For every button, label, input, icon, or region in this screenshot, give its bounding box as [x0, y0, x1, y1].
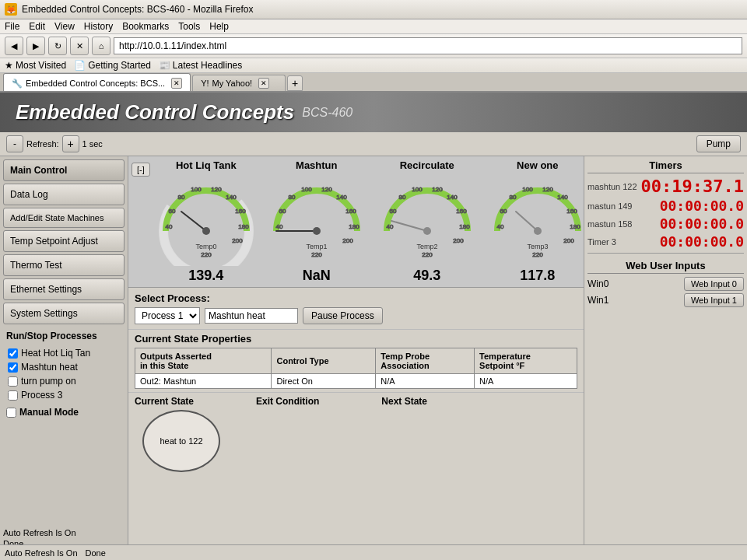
collapse-button[interactable]: [-]: [132, 163, 150, 177]
svg-text:180: 180: [570, 223, 580, 230]
svg-text:80: 80: [288, 194, 295, 201]
content-area: [-] Hot Liq Tank 40 60: [128, 156, 584, 560]
tab-favicon-yahoo: Y!: [201, 79, 209, 88]
tab-yahoo[interactable]: Y! My Yahoo! ✕: [192, 75, 286, 91]
timer-label-2: mastun 158: [587, 219, 632, 229]
sidebar-item-temp-setpoint[interactable]: Temp Setpoint Adjust: [3, 230, 124, 252]
svg-text:220: 220: [532, 251, 543, 258]
svg-text:100: 100: [412, 186, 423, 193]
main-layout: Main Control Data Log Add/Edit State Mac…: [0, 156, 747, 560]
svg-text:180: 180: [238, 223, 249, 230]
bookmark-icon: ★: [5, 60, 13, 71]
process-checkbox-1[interactable]: [8, 362, 18, 373]
current-state-circle: heat to 122: [142, 410, 220, 472]
menu-tools[interactable]: Tools: [178, 21, 200, 32]
pause-process-button[interactable]: Pause Process: [303, 307, 383, 324]
tab-close-yahoo[interactable]: ✕: [258, 78, 269, 89]
svg-text:80: 80: [509, 194, 516, 201]
bookmark-latest-headlines[interactable]: 📰 Latest Headlines: [159, 60, 242, 71]
svg-text:200: 200: [453, 237, 464, 244]
process-select[interactable]: Process 1 Process 2 Process 3: [135, 307, 200, 324]
gauge-svg-0: 40 60 80 100 120 140 160 180 200 220: [152, 173, 261, 266]
svg-text:220: 220: [422, 251, 433, 258]
cell-temperature: N/A: [475, 374, 577, 389]
process-checkbox-0[interactable]: [8, 348, 18, 359]
svg-text:60: 60: [389, 208, 396, 215]
auto-refresh-status-label: Auto Refresh Is On: [5, 548, 78, 558]
tab-bcs[interactable]: 🔧 Embedded Control Concepts: BCS... ✕: [3, 73, 191, 91]
sidebar-item-system[interactable]: System Settings: [3, 303, 124, 324]
web-input-label-1: Win1: [587, 295, 608, 306]
col-header-control-type: Control Type: [272, 348, 376, 374]
process-label-2[interactable]: turn pump on: [21, 376, 76, 387]
menu-edit[interactable]: Edit: [29, 21, 45, 32]
pump-button[interactable]: Pump: [696, 135, 741, 152]
gauge-value-2: 49.3: [413, 268, 440, 284]
page-icon: 📄: [74, 60, 86, 71]
gauge-value-3: 117.8: [520, 268, 555, 284]
gauge-new-one: New one 40 60 80 100 120 140 160 180 200…: [483, 159, 584, 284]
decrease-refresh-button[interactable]: -: [6, 135, 23, 152]
stop-button[interactable]: ✕: [70, 37, 89, 55]
menu-history[interactable]: History: [84, 21, 113, 32]
status-bar: Auto Refresh Is On Done: [0, 544, 747, 560]
process-label-0[interactable]: Heat Hot Liq Tan: [21, 348, 90, 359]
sidebar-item-main-control[interactable]: Main Control: [3, 159, 124, 181]
right-panel: Timers mashtun 122 00:19:37.1 mastun 149…: [584, 156, 747, 560]
new-tab-button[interactable]: +: [287, 75, 303, 91]
manual-mode-checkbox[interactable]: [6, 408, 16, 418]
web-inputs-title: Web User Inputs: [587, 260, 744, 274]
menu-help[interactable]: Help: [209, 21, 229, 32]
menu-file[interactable]: File: [5, 21, 19, 32]
home-button[interactable]: ⌂: [92, 37, 110, 55]
app-subtitle: BCS-460: [302, 106, 352, 120]
timer-row-1: mastun 149 00:00:00.0: [587, 198, 744, 214]
tab-close-bcs[interactable]: ✕: [171, 78, 182, 89]
timer-row-2: mastun 158 00:00:00.0: [587, 215, 744, 232]
svg-text:40: 40: [386, 223, 393, 230]
refresh-button[interactable]: ↻: [48, 37, 67, 55]
process-name-field[interactable]: [205, 308, 298, 324]
sidebar-item-add-edit[interactable]: Add/Edit State Machines: [3, 208, 124, 228]
table-row: Out2: Mashtun Direct On N/A N/A: [135, 374, 577, 389]
col-header-temperature: TemperatureSetpoint °F: [475, 348, 577, 374]
timer-row-0: mashtun 122 00:19:37.1: [587, 177, 744, 196]
menu-bookmarks[interactable]: Bookmarks: [122, 21, 169, 32]
svg-text:100: 100: [191, 186, 202, 193]
back-button[interactable]: ◀: [5, 37, 23, 55]
timer-label-3: Timer 3: [587, 237, 616, 247]
forward-button[interactable]: ▶: [26, 37, 45, 55]
sidebar-item-data-log[interactable]: Data Log: [3, 184, 124, 205]
menu-bar: File Edit View History Bookmarks Tools H…: [0, 19, 747, 34]
svg-text:Temp1: Temp1: [306, 243, 327, 250]
web-input-button-1[interactable]: Web Input 1: [684, 293, 744, 307]
gauge-mashtun: Mashtun 40 60 80 100 120 140 160 180 200…: [262, 159, 371, 284]
process-label-1[interactable]: Mashtun heat: [21, 362, 78, 373]
col-header-outputs: Outputs Assertedin this State: [135, 348, 272, 374]
web-input-label-0: Win0: [587, 278, 608, 289]
timer-value-1: 00:00:00.0: [660, 198, 744, 214]
tabs-bar: 🔧 Embedded Control Concepts: BCS... ✕ Y!…: [0, 73, 747, 93]
address-bar[interactable]: [114, 37, 742, 54]
menu-view[interactable]: View: [54, 21, 75, 32]
svg-text:140: 140: [447, 194, 458, 201]
bookmark-most-visited[interactable]: ★ Most Visited: [5, 60, 66, 71]
tab-favicon-bcs: 🔧: [12, 79, 23, 89]
svg-text:160: 160: [456, 208, 467, 215]
process-checkbox-3[interactable]: [8, 390, 18, 401]
process-checkbox-2[interactable]: [8, 376, 18, 387]
state-diagram-header: Current State Exit Condition Next State: [135, 396, 577, 407]
browser-favicon: 🦊: [5, 3, 17, 16]
done-status-label: Done: [86, 548, 106, 558]
sidebar-item-ethernet[interactable]: Ethernet Settings: [3, 278, 124, 300]
process-label-3[interactable]: Process 3: [21, 390, 62, 401]
bookmark-getting-started[interactable]: 📄 Getting Started: [74, 60, 151, 71]
web-input-button-0[interactable]: Web Input 0: [684, 277, 744, 291]
col-header-temp-probe: Temp ProbeAssociation: [376, 348, 475, 374]
sidebar-item-thermo-test[interactable]: Thermo Test: [3, 254, 124, 276]
refresh-label: Refresh:: [26, 139, 59, 149]
gauge-title-1: Mashtun: [296, 159, 337, 171]
svg-text:100: 100: [301, 186, 312, 193]
increase-refresh-button[interactable]: +: [62, 135, 79, 152]
state-props-title: Current State Properties: [135, 333, 577, 345]
